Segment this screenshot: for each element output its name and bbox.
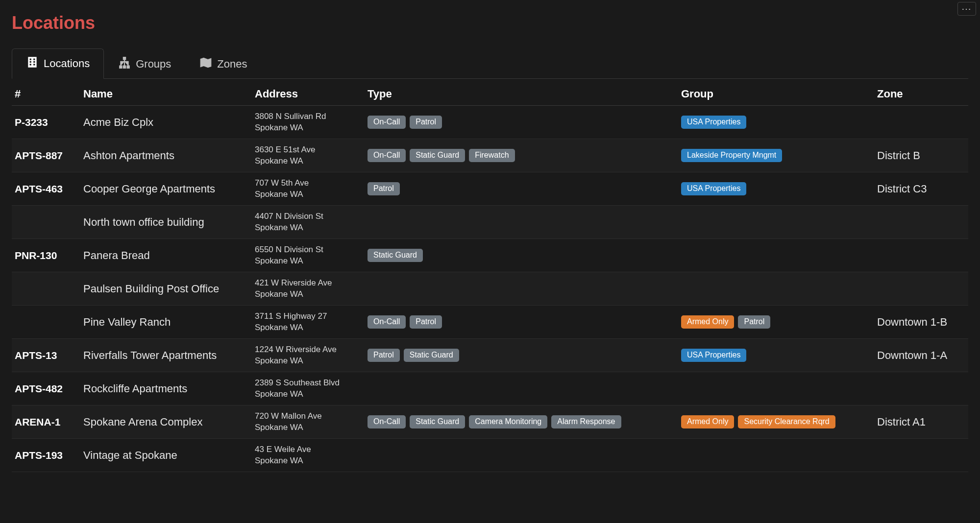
col-address[interactable]: Address — [255, 88, 368, 100]
address-line-2: Spokane WA — [255, 156, 368, 167]
address-line-1: 707 W 5th Ave — [255, 178, 309, 188]
address-line-2: Spokane WA — [255, 222, 368, 234]
tag: Static Guard — [368, 249, 423, 262]
cell-group: USA Properties — [681, 182, 877, 195]
cell-id: ARENA-1 — [15, 416, 83, 428]
address-line-1: 3808 N Sullivan Rd — [255, 112, 326, 121]
cell-zone: Downtown 1-B — [877, 316, 965, 329]
address-line-1: 1224 W Riverside Ave — [255, 345, 337, 354]
cell-name: Acme Biz Cplx — [83, 116, 255, 129]
tag: On-Call — [368, 116, 406, 129]
cell-address: 1224 W Riverside AveSpokane WA — [255, 344, 368, 367]
cell-address: 3630 E 51st AveSpokane WA — [255, 144, 368, 167]
tag: On-Call — [368, 415, 406, 428]
table-row[interactable]: APTS-193Vintage at Spokane43 E Weile Ave… — [12, 439, 968, 472]
cell-zone: District C3 — [877, 183, 965, 195]
tab-groups[interactable]: Groups — [104, 49, 185, 79]
cell-group: Lakeside Property Mngmt — [681, 149, 877, 162]
tag: Alarm Response — [551, 415, 621, 428]
page-title: Locations — [12, 13, 968, 33]
tab-locations[interactable]: Locations — [12, 48, 104, 79]
tab-label: Zones — [217, 58, 247, 71]
cell-zone: Downtown 1-A — [877, 349, 965, 362]
cell-name: Paulsen Building Post Office — [83, 283, 255, 295]
table-row[interactable]: P-3233Acme Biz Cplx3808 N Sullivan RdSpo… — [12, 106, 968, 139]
col-group[interactable]: Group — [681, 88, 877, 100]
locations-table: # Name Address Type Group Zone P-3233Acm… — [12, 81, 968, 472]
cell-name: North town office building — [83, 216, 255, 229]
cell-id: PNR-130 — [15, 250, 83, 262]
tag: Patrol — [410, 315, 442, 329]
tag: USA Properties — [681, 182, 746, 195]
cell-group: Armed OnlyPatrol — [681, 315, 877, 329]
cell-type: Patrol — [368, 182, 681, 195]
cell-type: On-CallPatrol — [368, 116, 681, 129]
address-line-2: Spokane WA — [255, 356, 368, 367]
col-name[interactable]: Name — [83, 88, 255, 100]
address-line-2: Spokane WA — [255, 289, 368, 300]
tag: Patrol — [368, 349, 400, 362]
cell-id: APTS-13 — [15, 350, 83, 361]
table-row[interactable]: APTS-13Riverfalls Tower Apartments1224 W… — [12, 339, 968, 372]
address-line-1: 421 W Riverside Ave — [255, 278, 332, 287]
col-type[interactable]: Type — [368, 88, 681, 100]
address-line-1: 3711 S Highway 27 — [255, 311, 327, 321]
cell-address: 6550 N Division StSpokane WA — [255, 244, 368, 267]
table-row[interactable]: North town office building4407 N Divisio… — [12, 206, 968, 239]
table-row[interactable]: APTS-482Rockcliffe Apartments2389 S Sout… — [12, 372, 968, 405]
cell-id: APTS-193 — [15, 450, 83, 461]
map-icon — [199, 56, 212, 72]
col-id[interactable]: # — [15, 88, 83, 100]
tag: Firewatch — [469, 149, 514, 162]
address-line-2: Spokane WA — [255, 422, 368, 433]
address-line-1: 720 W Mallon Ave — [255, 411, 322, 421]
tag: Armed Only — [681, 415, 734, 428]
table-row[interactable]: ARENA-1Spokane Arena Complex720 W Mallon… — [12, 405, 968, 439]
cell-name: Spokane Arena Complex — [83, 416, 255, 428]
cell-name: Rockcliffe Apartments — [83, 382, 255, 395]
cell-name: Ashton Apartments — [83, 149, 255, 162]
tag: Armed Only — [681, 315, 734, 329]
sitemap-icon — [118, 56, 131, 72]
table-row[interactable]: Pine Valley Ranch3711 S Highway 27Spokan… — [12, 306, 968, 339]
cell-id: P-3233 — [15, 117, 83, 128]
cell-type: On-CallStatic GuardCamera MonitoringAlar… — [368, 415, 681, 428]
tag: USA Properties — [681, 349, 746, 362]
cell-id: APTS-463 — [15, 183, 83, 195]
address-line-1: 6550 N Division St — [255, 245, 323, 254]
address-line-2: Spokane WA — [255, 189, 368, 200]
tag: On-Call — [368, 149, 406, 162]
table-row[interactable]: PNR-130Panera Bread6550 N Division StSpo… — [12, 239, 968, 272]
cell-id: APTS-887 — [15, 150, 83, 162]
page-menu-button[interactable]: ⋯ — [957, 2, 976, 16]
cell-zone: District B — [877, 149, 965, 162]
cell-address: 3711 S Highway 27Spokane WA — [255, 311, 368, 333]
cell-zone: District A1 — [877, 416, 965, 428]
cell-address: 421 W Riverside AveSpokane WA — [255, 278, 368, 300]
table-row[interactable]: APTS-463Cooper George Apartments707 W 5t… — [12, 172, 968, 206]
cell-type: Static Guard — [368, 249, 681, 262]
cell-id: APTS-482 — [15, 383, 83, 395]
tag: Patrol — [368, 182, 400, 195]
cell-type: On-CallPatrol — [368, 315, 681, 329]
cell-address: 720 W Mallon AveSpokane WA — [255, 411, 368, 433]
table-row[interactable]: APTS-887Ashton Apartments3630 E 51st Ave… — [12, 139, 968, 172]
cell-type: On-CallStatic GuardFirewatch — [368, 149, 681, 162]
tag: Static Guard — [410, 149, 465, 162]
tag: Patrol — [410, 116, 442, 129]
tab-zones[interactable]: Zones — [185, 49, 261, 79]
cell-address: 43 E Weile AveSpokane WA — [255, 444, 368, 467]
address-line-2: Spokane WA — [255, 455, 368, 467]
table-header-row: # Name Address Type Group Zone — [12, 81, 968, 106]
tag: On-Call — [368, 315, 406, 329]
cell-group: USA Properties — [681, 349, 877, 362]
tab-label: Locations — [44, 57, 90, 70]
tag: Security Clearance Rqrd — [738, 415, 835, 428]
tag: Lakeside Property Mngmt — [681, 149, 782, 162]
tag: Static Guard — [410, 415, 465, 428]
address-line-2: Spokane WA — [255, 122, 368, 134]
cell-name: Pine Valley Ranch — [83, 316, 255, 329]
col-zone[interactable]: Zone — [877, 88, 965, 100]
cell-type: PatrolStatic Guard — [368, 349, 681, 362]
table-row[interactable]: Paulsen Building Post Office421 W Rivers… — [12, 272, 968, 306]
